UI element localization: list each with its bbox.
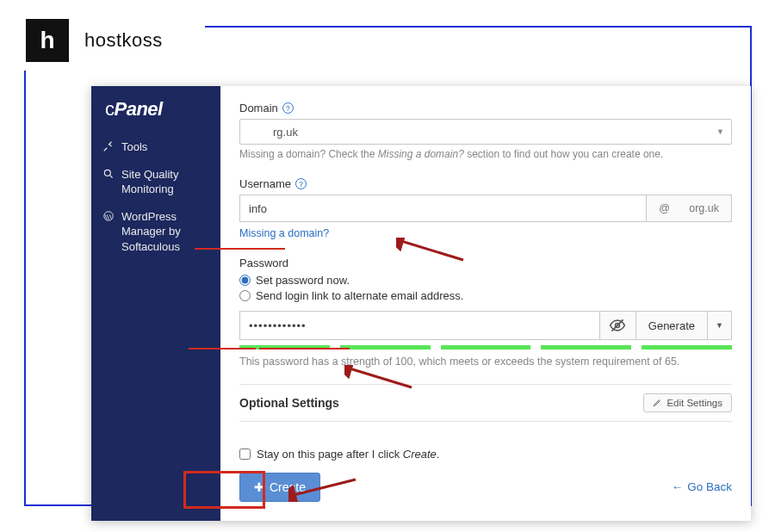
password-label: Password — [239, 257, 732, 269]
generate-password-button[interactable]: Generate — [636, 311, 708, 340]
stay-on-page-checkbox[interactable]: Stay on this page after I click Create. — [239, 448, 732, 461]
svg-point-0 — [104, 170, 110, 176]
edit-settings-button[interactable]: Edit Settings — [643, 393, 732, 412]
radio-set-password-now[interactable]: Set password now. — [239, 274, 732, 287]
main-panel: Domain ? rg.uk Missing a domain? Check t… — [220, 86, 751, 521]
annotation-underline — [259, 348, 350, 350]
tools-icon — [102, 139, 115, 155]
watermark-brand: h hostkoss — [16, 10, 205, 71]
brand-name: hostkoss — [84, 29, 163, 52]
username-suffix: @ org.uk — [647, 195, 732, 222]
svg-line-3 — [401, 241, 463, 260]
svg-line-4 — [350, 368, 412, 387]
sidebar: cPanel Tools Site Quality Monitoring Wor… — [91, 86, 220, 521]
username-label: Username ? — [239, 177, 732, 190]
arrow-left-icon: ← — [672, 480, 684, 493]
sidebar-item-site-quality[interactable]: Site Quality Monitoring — [102, 167, 210, 197]
annotation-highlight-box — [183, 471, 265, 509]
optional-settings-heading: Optional Settings — [239, 396, 339, 410]
sidebar-item-label: Site Quality Monitoring — [121, 167, 210, 197]
password-input[interactable] — [239, 311, 600, 340]
cpanel-window: cPanel Tools Site Quality Monitoring Wor… — [91, 86, 751, 521]
radio-input[interactable] — [239, 290, 251, 301]
svg-line-5 — [294, 479, 356, 495]
help-icon[interactable]: ? — [282, 102, 294, 114]
annotation-underline — [195, 248, 285, 250]
annotation-underline — [189, 348, 256, 350]
eye-off-icon — [609, 317, 626, 334]
toggle-visibility-button[interactable] — [600, 311, 636, 340]
cpanel-logo: cPanel — [102, 98, 210, 121]
username-input[interactable] — [239, 195, 647, 222]
password-strength-text: This password has a strength of 100, whi… — [239, 355, 732, 370]
wordpress-icon — [102, 209, 115, 255]
help-icon[interactable]: ? — [295, 178, 307, 189]
brand-logo: h — [26, 19, 69, 62]
annotation-arrow — [344, 365, 413, 394]
pencil-icon — [653, 398, 662, 407]
go-back-link[interactable]: ← Go Back — [672, 480, 732, 493]
domain-hint: Missing a domain? Check the Missing a do… — [239, 148, 732, 160]
radio-input[interactable] — [239, 275, 251, 286]
domain-select[interactable]: rg.uk — [239, 119, 732, 145]
radio-send-login-link[interactable]: Send login link to alternate email addre… — [239, 289, 732, 302]
checkbox-input[interactable] — [239, 448, 251, 460]
annotation-arrow — [396, 238, 465, 267]
sidebar-item-label: Tools — [121, 139, 147, 155]
domain-label: Domain ? — [239, 102, 732, 114]
sidebar-item-tools[interactable]: Tools — [102, 139, 210, 155]
missing-domain-link[interactable]: Missing a domain? — [239, 227, 329, 239]
generate-options-caret[interactable]: ▼ — [708, 311, 732, 340]
search-icon — [102, 167, 115, 197]
annotation-arrow — [288, 476, 357, 505]
